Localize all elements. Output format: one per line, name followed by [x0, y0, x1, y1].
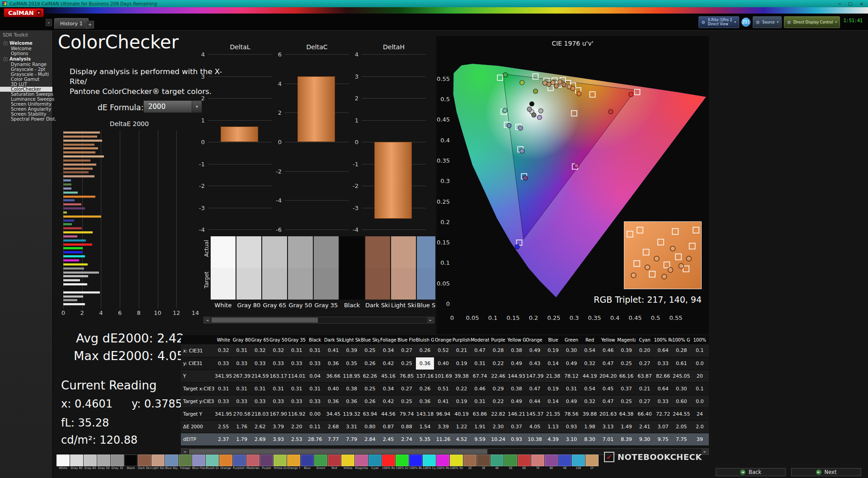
- strip-patch-9e[interactable]: 9E: [558, 455, 571, 470]
- scroll-left-icon[interactable]: ◄: [181, 449, 188, 455]
- next-button[interactable]: ► Next: [791, 468, 861, 476]
- strip-patch-blue-sky[interactable]: Blue Sky: [165, 455, 178, 470]
- actual-swatch: [211, 236, 236, 268]
- delta-e-bar: [63, 223, 72, 225]
- sidebar-section-welcome[interactable]: -Welcome: [0, 40, 52, 46]
- strip-patch-gray-50[interactable]: Gray 50: [97, 455, 110, 470]
- patch-columns: WhiteGray 80Gray 65Gray 50Gray 35BlackDa…: [211, 236, 435, 309]
- sidebar-collapse-button[interactable]: «: [46, 19, 52, 26]
- sidebar-item-options[interactable]: Options: [0, 51, 52, 56]
- sidebar-item-grayscale-multi[interactable]: Grayscale - Multi: [0, 72, 52, 77]
- measurement-marker: [527, 107, 532, 112]
- add-tab-button[interactable]: +: [86, 21, 94, 28]
- patch-scrollbar[interactable]: ◄ ►: [203, 317, 434, 323]
- strip-patch-green[interactable]: Green: [314, 455, 327, 470]
- strip-patch-orange[interactable]: Orange: [219, 455, 232, 470]
- scrollbar-thumb[interactable]: [189, 449, 487, 454]
- de-formula-value: 2000: [148, 103, 165, 111]
- strip-patch-light-skin[interactable]: Light Skin: [151, 455, 165, 470]
- collapse-icon[interactable]: -: [4, 42, 7, 45]
- strip-patch-100-green[interactable]: 100% Green: [396, 455, 409, 470]
- patch-label: Gray 50: [97, 466, 110, 470]
- maximize-button[interactable]: □: [848, 1, 852, 6]
- meter-selector[interactable]: ⚙ X-Rite i1Pro 2 Direct View ▾: [698, 16, 739, 28]
- scroll-right-icon[interactable]: ►: [702, 449, 708, 455]
- strip-patch-purplish-blue[interactable]: Purplish Blue: [233, 455, 246, 470]
- strip-patch-yellow[interactable]: Yellow: [341, 455, 354, 470]
- gridline: [208, 76, 272, 77]
- sidebar-item-saturation-sweeps[interactable]: Saturation Sweeps: [0, 92, 52, 97]
- collapse-icon[interactable]: -: [4, 57, 7, 61]
- delta-e-bar: [63, 251, 82, 253]
- strip-patch-foliage[interactable]: Foliage: [179, 455, 192, 470]
- strip-patch-blue-flower[interactable]: Blue Flower: [192, 455, 205, 470]
- strip-patch-100-yellow[interactable]: 100% Yellow: [450, 455, 463, 470]
- strip-patch-gray-80[interactable]: Gray 80: [70, 455, 83, 470]
- sidebar-item-screen-uniformity[interactable]: Screen Uniformity: [0, 102, 52, 107]
- strip-patch-100-red[interactable]: 100% Red: [382, 455, 395, 470]
- sidebar-item-luminance-sweeps[interactable]: Luminance Sweeps: [0, 97, 52, 102]
- scrollbar-track[interactable]: [318, 317, 427, 323]
- strip-patch-gray-65[interactable]: Gray 65: [84, 455, 97, 470]
- calman-menu-button[interactable]: CalMAN ▾: [4, 8, 44, 17]
- strip-patch-magenta[interactable]: Magenta: [355, 455, 368, 470]
- session-timer: 1:51:41: [844, 18, 863, 23]
- strip-patch-blue[interactable]: Blue: [301, 455, 314, 470]
- sidebar-item-color-gamut[interactable]: Color Gamut: [0, 77, 52, 82]
- strip-patch-black[interactable]: Black: [124, 455, 137, 470]
- sidebar-section-analysis[interactable]: -Analysis: [0, 56, 52, 62]
- sidebar-item-welcome[interactable]: Welcome: [0, 46, 52, 51]
- strip-patch-gray-35[interactable]: Gray 35: [111, 455, 124, 470]
- scroll-left-icon[interactable]: ◄: [204, 317, 211, 323]
- strip-patch-2e[interactable]: 2E: [463, 455, 476, 470]
- strip-patch-yellow-green[interactable]: Yellow Green: [274, 455, 287, 470]
- strip-patch-moderate-red[interactable]: Moderate Red: [246, 455, 259, 470]
- strip-patch-3e[interactable]: 3E: [477, 455, 490, 470]
- table-cell: 1.98: [580, 420, 599, 433]
- strip-patch-cyan[interactable]: Cyan: [368, 455, 382, 470]
- strip-patch-dark-skin[interactable]: Dark Skin: [138, 455, 151, 470]
- strip-patch-10e[interactable]: 10E: [572, 455, 585, 470]
- table-cell: 0.46: [599, 344, 618, 357]
- minimize-button[interactable]: ─: [838, 1, 841, 6]
- strip-patch-100-cyan[interactable]: 100% Cyan: [423, 455, 436, 470]
- strip-patch-red[interactable]: Red: [328, 455, 341, 470]
- strip-patch-4e[interactable]: 4E: [491, 455, 504, 470]
- sidebar-item-screen-angularity[interactable]: Screen Angularity: [0, 107, 52, 112]
- scroll-right-icon[interactable]: ►: [427, 317, 434, 323]
- close-button[interactable]: ×: [860, 1, 863, 6]
- strip-patch-100-blue[interactable]: 100% Blue: [409, 455, 422, 470]
- strip-patch-100-magenta[interactable]: 100% Magenta: [436, 455, 449, 470]
- delta-e-bar: [63, 231, 93, 234]
- source-selector[interactable]: ⚙ Source ▾: [753, 16, 782, 28]
- tab-history-1[interactable]: History 1: [54, 18, 89, 29]
- table-cell: 0.42: [379, 357, 398, 370]
- sidebar-item-colorchecker[interactable]: ColorChecker: [0, 87, 52, 92]
- strip-patch-2f[interactable]: 2F: [585, 455, 599, 470]
- strip-patch-8e[interactable]: 8E: [545, 455, 558, 470]
- table-cell: 10.24: [489, 433, 508, 445]
- table-cell: 4.05: [526, 420, 544, 433]
- patch-label: Gray 65: [84, 466, 97, 470]
- sidebar-item-grayscale-2pt[interactable]: Grayscale - 2pt: [0, 67, 52, 72]
- strip-patch-white[interactable]: White: [57, 455, 70, 470]
- sidebar-item-3d-lut[interactable]: 3D LUT: [0, 82, 52, 87]
- back-arrow-icon: ◄: [740, 469, 745, 475]
- de-formula-label: dE Formula:: [98, 103, 143, 112]
- scrollbar-thumb[interactable]: [212, 318, 318, 323]
- column-header-green: Green: [562, 335, 581, 344]
- sidebar-item-dynamic-range[interactable]: Dynamic Range: [0, 62, 52, 67]
- strip-patch-orange-yellow[interactable]: Orange Yellow: [287, 455, 300, 470]
- strip-patch-7e[interactable]: 7E: [531, 455, 544, 470]
- de-formula-dropdown[interactable]: 2000 ▾: [143, 100, 202, 113]
- axis-tick-label: 0: [201, 139, 205, 145]
- strip-patch-5e[interactable]: 5E: [504, 455, 517, 470]
- gridline: [285, 200, 349, 201]
- sidebar-item-screen-stability[interactable]: Screen Stability: [0, 112, 52, 117]
- display-control-selector[interactable]: ⚙ Direct Display Control ▾: [784, 16, 840, 28]
- back-button[interactable]: ◄ Back: [716, 468, 786, 476]
- strip-patch-6e[interactable]: 6E: [518, 455, 531, 470]
- strip-patch-purple[interactable]: Purple: [260, 455, 273, 470]
- sidebar-item-spectral-power-dist[interactable]: Spectral Power Dist.: [0, 117, 52, 122]
- strip-patch-bluish-green[interactable]: Bluish Green: [206, 455, 219, 470]
